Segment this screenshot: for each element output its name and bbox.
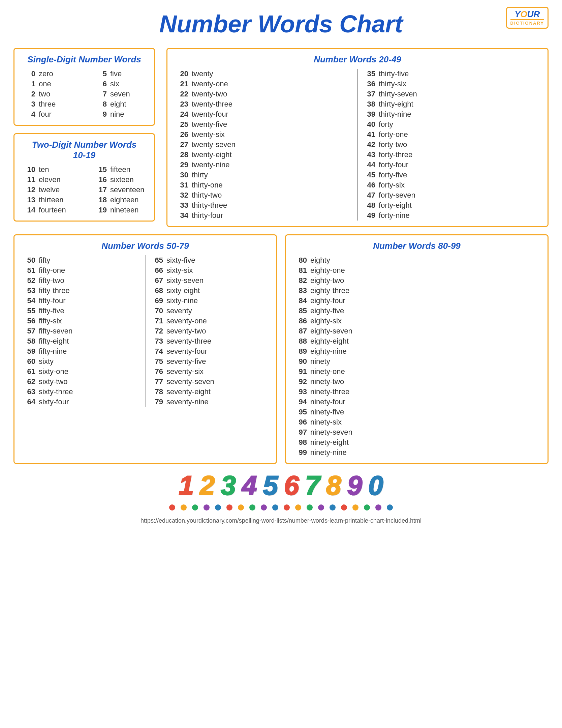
list-item: 1one	[21, 79, 86, 89]
number-cell: 36	[361, 80, 375, 88]
list-item: 20twenty	[174, 69, 354, 79]
list-item: 52fifty-two	[21, 275, 142, 286]
word-cell: four	[39, 110, 86, 119]
number-cell: 80	[293, 256, 307, 265]
list-item: 14fourteen	[21, 205, 86, 215]
word-cell: forty-one	[379, 130, 426, 139]
list-item: 4four	[21, 109, 86, 119]
fifty-79-grid: 50fifty51fifty-one52fifty-two53fifty-thr…	[21, 255, 269, 407]
decorative-dot	[284, 504, 290, 511]
list-item: 98ninety-eight	[293, 437, 541, 447]
word-cell: twenty-three	[192, 100, 239, 109]
deco-digit: 7	[305, 472, 320, 499]
number-cell: 21	[174, 80, 188, 88]
number-cell: 90	[293, 357, 307, 366]
word-cell: fifty-six	[39, 317, 86, 325]
two-digit-title: Two-Digit Number Words 10-19	[21, 140, 147, 161]
word-cell: ninety-five	[310, 408, 357, 416]
list-item: 60sixty	[21, 356, 142, 367]
number-cell: 73	[149, 337, 163, 346]
number-cell: 75	[149, 357, 163, 366]
word-cell: forty-four	[379, 161, 426, 169]
number-cell: 45	[361, 171, 375, 179]
number-cell: 35	[361, 69, 375, 78]
single-digit-box: Single-Digit Number Words 0zero1one2two3…	[13, 48, 155, 126]
list-item: 3three	[21, 99, 86, 109]
logo: YOUR DICTIONARY	[506, 7, 549, 29]
word-cell: eighty-eight	[310, 337, 357, 346]
word-cell: nine	[110, 110, 157, 119]
number-cell: 39	[361, 110, 375, 119]
single-digit-left-col: 0zero1one2two3three4four	[21, 69, 86, 119]
two-digit-right-col: 15fifteen16sixteen17seventeen18eighteen1…	[93, 165, 157, 215]
decorative-dot	[352, 504, 358, 511]
number-cell: 28	[174, 150, 188, 159]
number-cell: 29	[174, 161, 188, 169]
word-cell: forty-five	[379, 171, 426, 179]
number-cell: 71	[149, 317, 163, 325]
list-item: 54fifty-four	[21, 296, 142, 306]
list-item: 16sixteen	[93, 175, 157, 185]
fifty-79-left-col: 50fifty51fifty-one52fifty-two53fifty-thr…	[21, 255, 142, 407]
deco-digit: 3	[221, 472, 236, 499]
dots-row	[13, 504, 549, 511]
deco-digit: 0	[368, 472, 383, 499]
list-item: 80eighty	[293, 255, 541, 265]
decorative-dot	[169, 504, 175, 511]
word-cell: sixty-one	[39, 367, 86, 376]
fifty-79-right-col: 65sixty-five66sixty-six67sixty-seven68si…	[149, 255, 269, 407]
list-item: 47forty-seven	[361, 190, 541, 200]
word-cell: seventy-three	[166, 337, 214, 346]
deco-digit: 1	[179, 472, 194, 499]
list-item: 28twenty-eight	[174, 150, 354, 160]
word-cell: seven	[110, 90, 157, 98]
number-cell: 91	[293, 367, 307, 376]
list-item: 51fifty-one	[21, 265, 142, 275]
word-cell: seventy-four	[166, 347, 214, 356]
list-item: 87eighty-seven	[293, 326, 541, 336]
number-cell: 9	[93, 110, 107, 119]
number-cell: 81	[293, 266, 307, 275]
number-cell: 52	[21, 276, 35, 285]
logo-dictionary: DICTIONARY	[510, 19, 544, 26]
list-item: 39thirty-nine	[361, 109, 541, 119]
eighty-99-grid: 80eighty81eighty-one82eighty-two83eighty…	[293, 255, 541, 458]
list-item: 26twenty-six	[174, 129, 354, 140]
word-cell: thirty-one	[192, 181, 239, 190]
list-item: 13thirteen	[21, 195, 86, 205]
decorative-dot	[295, 504, 301, 511]
number-cell: 50	[21, 256, 35, 265]
word-cell: thirty-eight	[379, 100, 426, 109]
word-cell: thirty-five	[379, 69, 426, 78]
list-item: 81eighty-one	[293, 265, 541, 275]
word-cell: eighty-four	[310, 296, 357, 305]
list-item: 6six	[93, 79, 157, 89]
list-item: 66sixty-six	[149, 265, 269, 275]
list-item: 38thirty-eight	[361, 99, 541, 109]
word-cell: sixteen	[110, 175, 157, 184]
word-cell: twenty-two	[192, 90, 239, 98]
list-item: 69sixty-nine	[149, 296, 269, 306]
two-digit-grid: 10ten11eleven12twelve13thirteen14fourtee…	[21, 165, 147, 215]
twenty-49-title: Number Words 20-49	[174, 54, 541, 65]
word-cell: twenty-nine	[192, 161, 239, 169]
list-item: 12twelve	[21, 185, 86, 195]
fifty-79-divider	[145, 255, 146, 407]
list-item: 21twenty-one	[174, 79, 354, 89]
number-cell: 72	[149, 327, 163, 336]
word-cell: sixty-three	[39, 387, 86, 396]
list-item: 42forty-two	[361, 140, 541, 150]
list-item: 64sixty-four	[21, 397, 142, 407]
decorative-dot	[192, 504, 198, 511]
list-item: 0zero	[21, 69, 86, 79]
word-cell: seventy-eight	[166, 387, 214, 396]
list-item: 90ninety	[293, 356, 541, 367]
list-item: 29twenty-nine	[174, 160, 354, 170]
logo-your: YOUR	[514, 9, 540, 19]
number-cell: 5	[93, 69, 107, 78]
list-item: 17seventeen	[93, 185, 157, 195]
list-item: 32thirty-two	[174, 190, 354, 200]
word-cell: ninety-two	[310, 377, 357, 386]
twenty-49-box: Number Words 20-49 20twenty21twenty-one2…	[166, 48, 549, 227]
word-cell: eighty-seven	[310, 327, 357, 336]
